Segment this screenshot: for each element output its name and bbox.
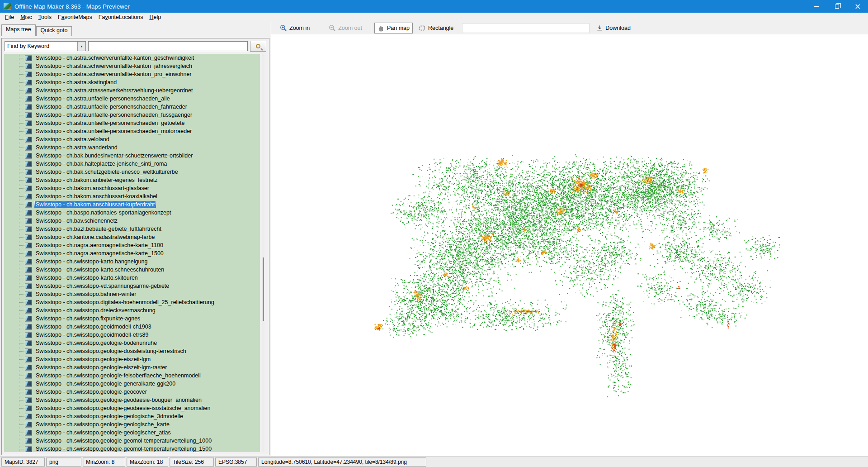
tree-item[interactable]: Swisstopo - ch.astra.unfaelle-personensc… [4, 127, 260, 135]
tree-connector [19, 74, 24, 75]
maps-tree: Swisstopo - ch.astra.schwerverunfallte-k… [4, 54, 260, 452]
zoom-out-label: Zoom out [338, 25, 362, 31]
tree-item[interactable]: Swisstopo - ch.bakom.anschlussart-koaxia… [4, 192, 260, 200]
tree-item[interactable]: Swisstopo - ch.nagra.aeromagnetische-kar… [4, 249, 260, 257]
tree-item[interactable]: Swisstopo - ch.swisstopo.geologie-geodae… [4, 404, 260, 412]
maps-panel: Maps treeQuick goto Find by Keyword ▼ Sw… [0, 22, 271, 456]
tree-item[interactable]: Swisstopo - ch.swisstopo.geologie-geocov… [4, 388, 260, 396]
tree-item[interactable]: Swisstopo - ch.swisstopo.geologie-eiszei… [4, 363, 260, 372]
tree-item[interactable]: Swisstopo - ch.astra.unfaelle-personensc… [4, 111, 260, 119]
menu-help[interactable]: Help [146, 13, 164, 21]
tree-item[interactable]: Swisstopo - ch.swisstopo.geologie-geodae… [4, 396, 260, 404]
tree-item[interactable]: Swisstopo - ch.bak.halteplaetze-jenische… [4, 160, 260, 168]
tree-item[interactable]: Swisstopo - ch.bak.schutzgebiete-unesco_… [4, 168, 260, 176]
rectangle-button[interactable]: Rectangle [415, 23, 457, 33]
tree-item[interactable]: Swisstopo - ch.astra.unfaelle-personensc… [4, 103, 260, 111]
menu-favoritelocations[interactable]: FavoriteLocations [95, 13, 146, 21]
menu-tools[interactable]: Tools [35, 13, 55, 21]
download-button[interactable]: Download [593, 23, 634, 33]
tree-connector [19, 424, 24, 425]
map-layer-icon [25, 251, 32, 257]
status-panel-1: png [46, 457, 81, 467]
menu-misc[interactable]: Misc [17, 13, 35, 21]
map-layer-icon [25, 422, 32, 428]
tree-item[interactable]: Swisstopo - ch.swisstopo.bahnen-winter [4, 290, 260, 298]
tree-item[interactable]: Swisstopo - ch.astra.schwerverunfallte-k… [4, 70, 260, 78]
tree-item-label: Swisstopo - ch.astra.unfaelle-personensc… [34, 111, 193, 119]
tree-item[interactable]: Swisstopo - ch.astra.veloland [4, 135, 260, 143]
rectangle-label: Rectangle [428, 25, 453, 31]
tree-item[interactable]: Swisstopo - ch.bakom.anschlussart-glasfa… [4, 184, 260, 192]
tree-item[interactable]: Swisstopo - ch.astra.schwerverunfallte-k… [4, 62, 260, 70]
tree-item[interactable]: Swisstopo - ch.swisstopo.geologie-geolog… [4, 420, 260, 429]
menu-favoritemaps[interactable]: FavoriteMaps [55, 13, 95, 21]
tree-item[interactable]: Swisstopo - ch.bav.schienennetz [4, 217, 260, 225]
tree-item[interactable]: Swisstopo - ch.astra.schwerverunfallte-k… [4, 54, 260, 62]
tree-item[interactable]: Swisstopo - ch.astra.unfaelle-personensc… [4, 95, 260, 103]
chevron-down-icon[interactable]: ▼ [77, 42, 85, 51]
map-layer-icon [25, 96, 32, 102]
tree-item-label: Swisstopo - ch.swisstopo.digitales-hoehe… [34, 299, 216, 306]
tree-item[interactable]: Swisstopo - ch.swisstopo.geologie-genera… [4, 380, 260, 388]
zoom-in-button[interactable]: Zoom in [277, 23, 313, 33]
tree-item[interactable]: Swisstopo - ch.bak.bundesinventar-schuet… [4, 152, 260, 160]
map-layer-icon [25, 348, 32, 354]
tree-item[interactable]: Swisstopo - ch.swisstopo-karto.skitouren [4, 274, 260, 282]
map-layer-icon [25, 55, 32, 61]
tree-connector [19, 400, 24, 400]
tab-quick-goto[interactable]: Quick goto [36, 26, 72, 36]
tree-item-label: Swisstopo - ch.swisstopo.geologie-dosisl… [34, 348, 188, 355]
tree-item[interactable]: Swisstopo - ch.swisstopo-karto.schneesch… [4, 266, 260, 274]
map-canvas-switzerland[interactable] [271, 34, 868, 456]
tree-item[interactable]: Swisstopo - ch.swisstopo.geologie-geolog… [4, 429, 260, 437]
tree-connector [19, 367, 24, 368]
map-layer-icon [25, 357, 32, 362]
search-input[interactable] [88, 41, 248, 51]
tab-maps-tree[interactable]: Maps tree [1, 24, 36, 36]
tree-item[interactable]: Swisstopo - ch.kantone.cadastralwebmap-f… [4, 233, 260, 241]
tree-item[interactable]: Swisstopo - ch.swisstopo.geologie-felsob… [4, 372, 260, 380]
tree-item[interactable]: Swisstopo - ch.bazl.bebaute-gebiete_luft… [4, 225, 260, 233]
tree-item[interactable]: Swisstopo - ch.bakom.anbieter-eigenes_fe… [4, 176, 260, 184]
tree-item[interactable]: Swisstopo - ch.swisstopo.geologie-dosisl… [4, 347, 260, 355]
menu-file[interactable]: File [2, 13, 17, 21]
tree-item[interactable]: Swisstopo - ch.swisstopo.geologie-bodenu… [4, 339, 260, 347]
tree-item[interactable]: Swisstopo - ch.nagra.aeromagnetische-kar… [4, 241, 260, 249]
map-layer-icon [25, 267, 32, 273]
tree-connector [19, 123, 24, 124]
tree-item[interactable]: Swisstopo - ch.swisstopo.geoidmodell-ch1… [4, 323, 260, 331]
tree-item[interactable]: Swisstopo - ch.swisstopo.geoidmodell-etr… [4, 331, 260, 339]
tree-item[interactable]: Swisstopo - ch.bakom.anschlussart-kupfer… [4, 200, 260, 209]
toolbar-input[interactable] [462, 23, 590, 33]
tree-item[interactable]: Swisstopo - ch.astra.wanderland [4, 143, 260, 152]
tree-item[interactable]: Swisstopo - ch.swisstopo.digitales-hoehe… [4, 298, 260, 306]
tree-scrollbar-thumb[interactable] [263, 257, 264, 321]
tree-connector [19, 441, 24, 441]
tree-item[interactable]: Swisstopo - ch.swisstopo-vd.spannungsarm… [4, 282, 260, 290]
tree-item[interactable]: Swisstopo - ch.astra.unfaelle-personensc… [4, 119, 260, 127]
map-view[interactable] [271, 34, 868, 456]
tree-scrollbar[interactable] [262, 54, 264, 452]
tree-item[interactable]: Swisstopo - ch.swisstopo.fixpunkte-agnes [4, 315, 260, 323]
tree-connector [19, 205, 24, 205]
map-layer-icon [25, 283, 32, 289]
tree-item[interactable]: Swisstopo - ch.swisstopo.geologie-geomol… [4, 445, 260, 452]
tree-item-label: Swisstopo - ch.swisstopo.geologie-bodenu… [34, 339, 158, 347]
tree-connector [19, 172, 24, 172]
tree-item[interactable]: Swisstopo - ch.swisstopo.geologie-geolog… [4, 412, 260, 420]
tree-item[interactable]: Swisstopo - ch.swisstopo-karto.hangneigu… [4, 257, 260, 266]
tree-item[interactable]: Swisstopo - ch.astra.skatingland [4, 78, 260, 86]
tree-item[interactable]: Swisstopo - ch.swisstopo.dreiecksvermasc… [4, 306, 260, 315]
tree-item[interactable]: Swisstopo - ch.swisstopo.geologie-geomol… [4, 437, 260, 445]
pan-map-button[interactable]: Pan map [374, 23, 413, 33]
close-button[interactable]: × [847, 0, 868, 13]
search-button[interactable] [250, 41, 266, 52]
restore-button[interactable] [826, 0, 847, 13]
tree-item[interactable]: Swisstopo - ch.baspo.nationales-sportanl… [4, 209, 260, 217]
zoom-out-button[interactable]: Zoom out [326, 23, 365, 33]
search-mode-select[interactable]: Find by Keyword ▼ [5, 41, 86, 51]
tree-item[interactable]: Swisstopo - ch.astra.strassenverkehrszae… [4, 86, 260, 95]
minimize-button[interactable] [806, 0, 826, 13]
tree-item[interactable]: Swisstopo - ch.swisstopo.geologie-eiszei… [4, 355, 260, 363]
tree-item-label: Swisstopo - ch.swisstopo.fixpunkte-agnes [34, 315, 142, 322]
